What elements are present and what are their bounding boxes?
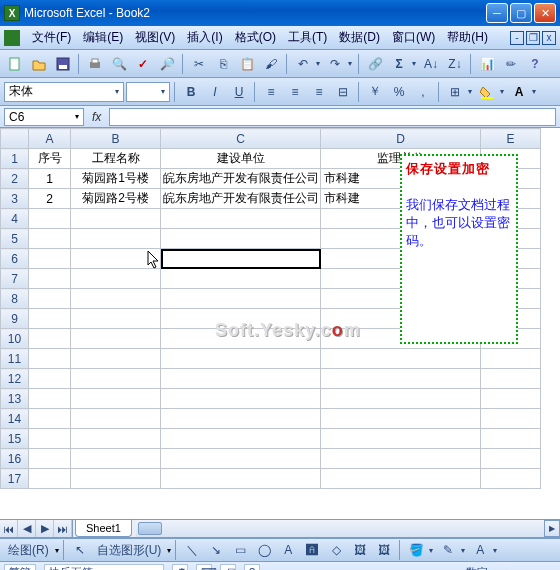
fontcolor-draw-button[interactable]: A (469, 539, 491, 561)
fontcolor-dropdown[interactable]: ▾ (491, 546, 499, 555)
new-button[interactable] (4, 53, 26, 75)
menu-tools[interactable]: 工具(T) (282, 27, 333, 48)
ime-toggle[interactable]: 繁簡 (4, 564, 36, 570)
undo-button[interactable]: ↶ (292, 53, 314, 75)
line-button[interactable]: ＼ (181, 539, 203, 561)
cell[interactable] (321, 449, 481, 469)
italic-button[interactable]: I (204, 81, 226, 103)
cell[interactable] (29, 449, 71, 469)
cell[interactable] (481, 389, 541, 409)
linecolor-dropdown[interactable]: ▾ (459, 546, 467, 555)
cell-B1[interactable]: 工程名称 (71, 149, 161, 169)
fillcolor-dropdown[interactable]: ▾ (498, 87, 506, 96)
menu-data[interactable]: 数据(D) (333, 27, 386, 48)
sheet-tab[interactable]: Sheet1 (75, 520, 132, 537)
menu-view[interactable]: 视图(V) (129, 27, 181, 48)
linecolor-button[interactable]: ✎ (437, 539, 459, 561)
hyperlink-button[interactable]: 🔗 (364, 53, 386, 75)
chevron-down-icon[interactable]: ▾ (161, 87, 165, 96)
col-header-D[interactable]: D (321, 129, 481, 149)
col-header-E[interactable]: E (481, 129, 541, 149)
row-header[interactable]: 7 (1, 269, 29, 289)
cell[interactable] (71, 449, 161, 469)
bold-button[interactable]: B (180, 81, 202, 103)
ime-settings-icon[interactable]: ⚙ (172, 564, 188, 570)
cell[interactable] (71, 269, 161, 289)
redo-dropdown[interactable]: ▾ (346, 59, 354, 68)
scrollbar-thumb[interactable] (138, 522, 162, 535)
cell-C3[interactable]: 皖东房地产开发有限责任公司 (161, 189, 321, 209)
cell[interactable] (29, 349, 71, 369)
mdi-close[interactable]: x (542, 31, 556, 45)
cell[interactable] (71, 309, 161, 329)
help-button[interactable]: ? (524, 53, 546, 75)
cell[interactable] (481, 429, 541, 449)
cell[interactable] (161, 389, 321, 409)
row-header[interactable]: 13 (1, 389, 29, 409)
row-header[interactable]: 12 (1, 369, 29, 389)
cell[interactable] (29, 209, 71, 229)
cell[interactable] (481, 369, 541, 389)
cell[interactable] (161, 269, 321, 289)
select-all-corner[interactable] (1, 129, 29, 149)
cell[interactable] (481, 349, 541, 369)
row-header[interactable]: 8 (1, 289, 29, 309)
row-header[interactable]: 16 (1, 449, 29, 469)
cell[interactable] (161, 469, 321, 489)
row-header[interactable]: 10 (1, 329, 29, 349)
cell[interactable] (321, 409, 481, 429)
formula-input[interactable] (109, 108, 556, 126)
cell-A1[interactable]: 序号 (29, 149, 71, 169)
align-right-button[interactable]: ≡ (308, 81, 330, 103)
wordart-button[interactable]: 🅰 (301, 539, 323, 561)
col-header-A[interactable]: A (29, 129, 71, 149)
cell[interactable] (29, 269, 71, 289)
ime-server-icon[interactable]: 🖥 (220, 564, 236, 570)
maximize-button[interactable]: ▢ (510, 3, 532, 23)
cell[interactable] (29, 289, 71, 309)
diagram-button[interactable]: ◇ (325, 539, 347, 561)
print-button[interactable] (84, 53, 106, 75)
cell[interactable] (161, 329, 321, 349)
col-header-C[interactable]: C (161, 129, 321, 149)
row-header[interactable]: 1 (1, 149, 29, 169)
row-header[interactable]: 2 (1, 169, 29, 189)
cell[interactable] (161, 309, 321, 329)
cell[interactable] (29, 249, 71, 269)
tab-nav-prev[interactable]: ◀ (18, 520, 36, 537)
cell[interactable] (29, 409, 71, 429)
cell[interactable] (71, 369, 161, 389)
redo-button[interactable]: ↷ (324, 53, 346, 75)
cell[interactable] (29, 389, 71, 409)
borders-button[interactable]: ⊞ (444, 81, 466, 103)
percent-button[interactable]: % (388, 81, 410, 103)
cell[interactable] (71, 349, 161, 369)
row-header[interactable]: 14 (1, 409, 29, 429)
fx-button[interactable]: fx (88, 110, 105, 124)
format-painter-button[interactable]: 🖌 (260, 53, 282, 75)
row-header[interactable]: 4 (1, 209, 29, 229)
underline-button[interactable]: U (228, 81, 250, 103)
minimize-button[interactable]: ─ (486, 3, 508, 23)
cell[interactable] (29, 329, 71, 349)
name-box[interactable]: C6 ▾ (4, 108, 84, 126)
ime-name[interactable]: 快乐五笔 (44, 564, 164, 570)
arrow-button[interactable]: ↘ (205, 539, 227, 561)
cell[interactable] (161, 449, 321, 469)
cell[interactable] (161, 349, 321, 369)
currency-button[interactable]: ￥ (364, 81, 386, 103)
fillcolor-button[interactable] (476, 81, 498, 103)
merge-button[interactable]: ⊟ (332, 81, 354, 103)
select-objects-button[interactable]: ↖ (69, 539, 91, 561)
draw-menu[interactable]: 绘图(R) (4, 542, 53, 559)
research-button[interactable]: 🔎 (156, 53, 178, 75)
row-header[interactable]: 17 (1, 469, 29, 489)
cell[interactable] (29, 429, 71, 449)
autoshapes-menu[interactable]: 自选图形(U) (93, 542, 166, 559)
cell[interactable] (71, 249, 161, 269)
menu-file[interactable]: 文件(F) (26, 27, 77, 48)
menu-window[interactable]: 窗口(W) (386, 27, 441, 48)
cell-C2[interactable]: 皖东房地产开发有限责任公司 (161, 169, 321, 189)
cell-B3[interactable]: 菊园路2号楼 (71, 189, 161, 209)
horizontal-scrollbar[interactable]: ▶ (136, 520, 560, 537)
